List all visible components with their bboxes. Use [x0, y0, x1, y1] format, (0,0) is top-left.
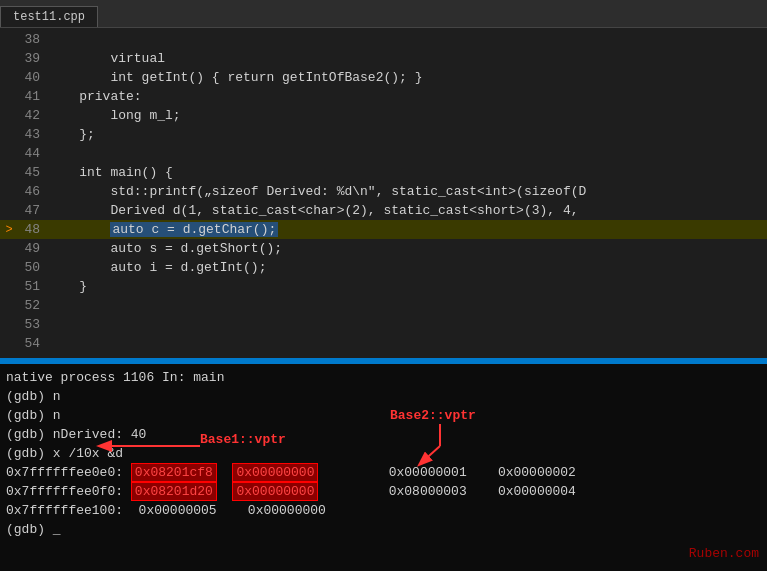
- line-content: private:: [48, 89, 142, 104]
- terminal-line: 0x7ffffffee100: 0x00000005 0x00000000: [6, 501, 761, 520]
- line-number: 38: [18, 32, 48, 47]
- line-number: 44: [18, 146, 48, 161]
- line-content: int getInt() { return getIntOfBase2(); }: [48, 70, 422, 85]
- file-tab[interactable]: test11.cpp: [0, 6, 98, 27]
- terminal-line: (gdb) n: [6, 387, 761, 406]
- code-line: 46 std::printf(„sizeof Derived: %d\n", s…: [0, 182, 767, 201]
- terminal-line: 0x7ffffffee0e0: 0x08201cf8 0x00000000 0x…: [6, 463, 761, 482]
- line-number: 39: [18, 51, 48, 66]
- line-content: };: [48, 127, 95, 142]
- code-line: 42 long m_l;: [0, 106, 767, 125]
- line-number: 41: [18, 89, 48, 104]
- code-line: 44: [0, 144, 767, 163]
- line-number: 46: [18, 184, 48, 199]
- line-number: 54: [18, 336, 48, 351]
- terminal-line: (gdb) nDerived: 40: [6, 425, 761, 444]
- line-content: auto c = d.getChar();: [48, 222, 278, 237]
- line-content: auto s = d.getShort();: [48, 241, 282, 256]
- code-line: 40 int getInt() { return getIntOfBase2()…: [0, 68, 767, 87]
- line-number: 45: [18, 165, 48, 180]
- code-line: 52: [0, 296, 767, 315]
- line-number: 43: [18, 127, 48, 142]
- code-line: 49 auto s = d.getShort();: [0, 239, 767, 258]
- watermark: Ruben.com: [689, 546, 759, 561]
- line-number: 50: [18, 260, 48, 275]
- line-number: 47: [18, 203, 48, 218]
- tab-label: test11.cpp: [13, 10, 85, 24]
- terminal-line: 0x7ffffffee0f0: 0x08201d20 0x00000000 0x…: [6, 482, 761, 501]
- code-line: 43 };: [0, 125, 767, 144]
- line-content: std::printf(„sizeof Derived: %d\n", stat…: [48, 184, 586, 199]
- terminal-line: (gdb) _: [6, 520, 761, 539]
- line-number: 40: [18, 70, 48, 85]
- tab-bar: test11.cpp: [0, 0, 767, 28]
- code-line: 47 Derived d(1, static_cast<char>(2), st…: [0, 201, 767, 220]
- terminal-status: native process 1106 In: main: [6, 368, 761, 387]
- line-content: auto i = d.getInt();: [48, 260, 266, 275]
- terminal-line: (gdb) x /10x &d: [6, 444, 761, 463]
- line-content: long m_l;: [48, 108, 181, 123]
- debug-arrow: >: [0, 223, 18, 237]
- code-line: 50 auto i = d.getInt();: [0, 258, 767, 277]
- code-line: 54: [0, 334, 767, 353]
- code-line: 39 virtual: [0, 49, 767, 68]
- line-content: virtual: [48, 51, 165, 66]
- line-number: 49: [18, 241, 48, 256]
- line-number: 53: [18, 317, 48, 332]
- line-content: }: [48, 279, 87, 294]
- code-line: 53: [0, 315, 767, 334]
- line-number: 42: [18, 108, 48, 123]
- line-number: 48: [18, 222, 48, 237]
- editor-area: 3839 virtual40 int getInt() { return get…: [0, 28, 767, 358]
- code-line: >48 auto c = d.getChar();: [0, 220, 767, 239]
- code-lines: 3839 virtual40 int getInt() { return get…: [0, 28, 767, 358]
- terminal-area[interactable]: native process 1106 In: main (gdb) n(gdb…: [0, 364, 767, 571]
- line-content: int main() {: [48, 165, 173, 180]
- terminal-line: (gdb) n: [6, 406, 761, 425]
- code-line: 51 }: [0, 277, 767, 296]
- line-number: 52: [18, 298, 48, 313]
- line-content: Derived d(1, static_cast<char>(2), stati…: [48, 203, 579, 218]
- code-line: 38: [0, 30, 767, 49]
- code-line: 41 private:: [0, 87, 767, 106]
- line-number: 51: [18, 279, 48, 294]
- terminal-lines: (gdb) n(gdb) n(gdb) nDerived: 40(gdb) x …: [6, 387, 761, 539]
- code-line: 45 int main() {: [0, 163, 767, 182]
